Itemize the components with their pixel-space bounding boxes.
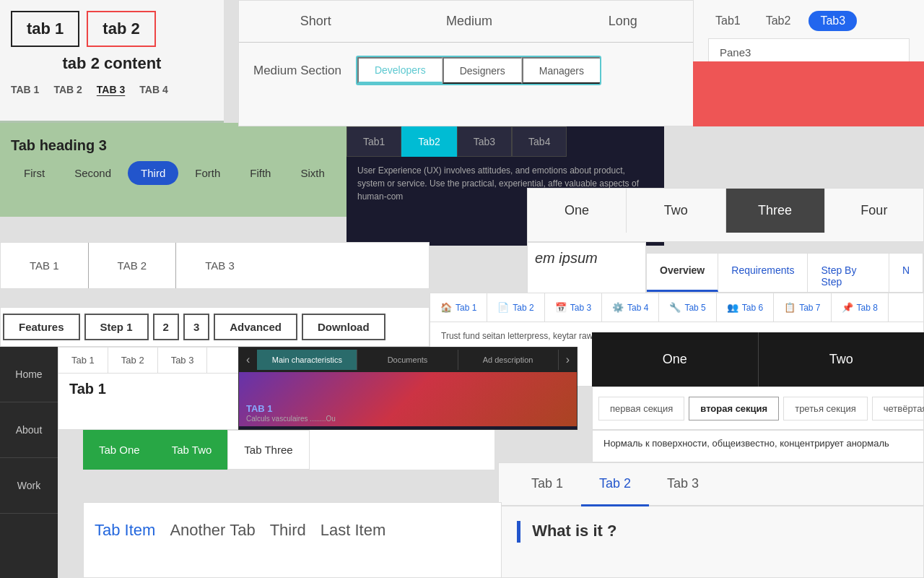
panel-features-steps: Features Step 1 2 3 Advanced Download bbox=[0, 307, 430, 347]
panel-small-tabs: Tab 1 Tab 2 Tab 3 Tab 1 bbox=[58, 347, 242, 430]
lower-tab-1[interactable]: TAB 1 bbox=[11, 84, 39, 95]
white-tab1[interactable]: TAB 1 bbox=[1, 243, 89, 288]
icon-tab5[interactable]: 🔧 Tab 5 bbox=[659, 293, 716, 322]
tab-medium[interactable]: Medium bbox=[393, 1, 546, 42]
tab-three[interactable]: Three bbox=[726, 189, 825, 233]
pin-icon: 📌 bbox=[842, 302, 853, 313]
icon-tab3[interactable]: 📅 Tab 3 bbox=[545, 293, 602, 322]
last-item-label[interactable]: Last Item bbox=[321, 517, 385, 543]
panel-short-medium-long: Short Medium Long Medium Section Develop… bbox=[238, 0, 700, 126]
tab2-content: tab 2 content bbox=[0, 47, 224, 80]
lower-tab-3[interactable]: TAB 3 bbox=[97, 84, 125, 95]
panel-russian-text: Нормаль к поверхности, общеизвестно, кон… bbox=[592, 430, 924, 462]
panel-green-three-tabs: Tab One Tab Two Tab Three bbox=[83, 430, 494, 470]
another-tab-label[interactable]: Another Tab bbox=[170, 517, 255, 543]
lower-tab-4[interactable]: TAB 4 bbox=[139, 84, 167, 95]
third-label[interactable]: Third bbox=[270, 517, 306, 543]
small-tab3[interactable]: Tab 3 bbox=[158, 348, 208, 373]
accent-bar bbox=[517, 521, 520, 543]
panel-green-tabs: Tab heading 3 First Second Third Forth F… bbox=[0, 123, 346, 217]
blue-tab2[interactable]: Tab 2 bbox=[581, 463, 649, 506]
dark-tab2[interactable]: Tab2 bbox=[401, 126, 456, 157]
tab-sixth[interactable]: Sixth bbox=[287, 161, 337, 185]
p4-tab2[interactable]: Tab2 bbox=[759, 11, 798, 31]
what-is-it-text: What is it ? bbox=[532, 522, 616, 540]
sektsiya-tab4[interactable]: четвёртая bbox=[872, 397, 924, 420]
tab-four[interactable]: Four bbox=[825, 189, 923, 233]
tab-designers[interactable]: Designers bbox=[443, 57, 522, 84]
sidebar-item-home[interactable]: Home bbox=[0, 347, 58, 402]
small-tab1[interactable]: Tab 1 bbox=[58, 348, 108, 373]
prev-button[interactable]: ‹ bbox=[239, 348, 257, 372]
tab-two[interactable]: Two bbox=[627, 189, 725, 233]
dark-tab-one[interactable]: One bbox=[592, 332, 759, 387]
p4-tab3[interactable]: Tab3 bbox=[808, 11, 857, 31]
blue-tab1[interactable]: Tab 1 bbox=[513, 463, 581, 505]
icon-tab1-label: Tab 1 bbox=[456, 303, 476, 313]
sidebar-item-about[interactable]: About bbox=[0, 402, 58, 458]
dark-tab1[interactable]: Tab1 bbox=[346, 126, 401, 157]
tab2-button[interactable]: tab 2 bbox=[87, 11, 155, 47]
icon-tab3-label: Tab 3 bbox=[570, 303, 591, 313]
panel-tab-items: Tab Item Another Tab Third Last Item bbox=[83, 502, 502, 578]
tab-forth[interactable]: Forth bbox=[182, 161, 233, 185]
green-tab-three[interactable]: Tab Three bbox=[227, 430, 309, 470]
tab-advanced[interactable]: Advanced bbox=[214, 314, 297, 340]
panel-sektsiya-tabs: первая секция вторая секция третья секци… bbox=[592, 387, 924, 430]
tab-short[interactable]: Short bbox=[239, 1, 393, 42]
tab-managers[interactable]: Managers bbox=[522, 57, 600, 84]
green-tab-one[interactable]: Tab One bbox=[83, 430, 156, 470]
icon-tab4[interactable]: ⚙️ Tab 4 bbox=[602, 293, 659, 322]
dark-tab3[interactable]: Tab3 bbox=[457, 126, 512, 157]
sidebar-item-work[interactable]: Work bbox=[0, 458, 58, 514]
char-tab2[interactable]: Documents bbox=[357, 350, 458, 370]
icon-tab1[interactable]: 🏠 Tab 1 bbox=[430, 293, 487, 322]
panel-one-two-dark: One Two bbox=[592, 332, 924, 387]
home-icon: 🏠 bbox=[440, 302, 452, 313]
list-icon: 📋 bbox=[784, 302, 796, 313]
icon-tab7[interactable]: 📋 Tab 7 bbox=[774, 293, 831, 322]
users-icon: 👥 bbox=[727, 302, 738, 313]
tab-first[interactable]: First bbox=[11, 161, 58, 185]
ipsum-text: em ipsum bbox=[535, 250, 598, 266]
icon-tab2[interactable]: 📄 Tab 2 bbox=[487, 293, 544, 322]
tab-features[interactable]: Features bbox=[3, 314, 80, 340]
tab-overview[interactable]: Overview bbox=[647, 254, 718, 292]
tab-second[interactable]: Second bbox=[61, 161, 124, 185]
icon-tab6[interactable]: 👥 Tab 6 bbox=[717, 293, 774, 322]
tab1-button[interactable]: tab 1 bbox=[11, 11, 79, 47]
tab-n[interactable]: N bbox=[889, 254, 923, 292]
tab-requirements[interactable]: Requirements bbox=[718, 254, 808, 292]
tab-item-label[interactable]: Tab Item bbox=[95, 517, 155, 543]
tab-step1[interactable]: Step 1 bbox=[84, 314, 149, 340]
dark-tab4[interactable]: Tab4 bbox=[512, 126, 567, 157]
tab-download[interactable]: Download bbox=[302, 314, 385, 340]
small-tab-content: Tab 1 bbox=[58, 374, 241, 405]
sektsiya-tab1[interactable]: первая секция bbox=[598, 397, 684, 420]
sub-text: Calculs vasculaires ........Ou bbox=[246, 415, 336, 423]
char-tab3[interactable]: Ad description bbox=[458, 350, 559, 370]
lower-tab-2[interactable]: TAB 2 bbox=[53, 84, 82, 95]
dark-tab-two[interactable]: Two bbox=[759, 332, 925, 387]
tab-fifth[interactable]: Fifth bbox=[237, 161, 284, 185]
sektsiya-tab2[interactable]: вторая секция bbox=[689, 397, 779, 420]
tab-2[interactable]: 2 bbox=[153, 314, 179, 340]
blue-tab3[interactable]: Tab 3 bbox=[649, 463, 717, 505]
tab-long[interactable]: Long bbox=[546, 1, 699, 42]
icon-tab8[interactable]: 📌 Tab 8 bbox=[832, 293, 889, 322]
white-tab2[interactable]: TAB 2 bbox=[89, 243, 177, 288]
sektsiya-tab3[interactable]: третья секция bbox=[783, 397, 868, 420]
green-tab-two[interactable]: Tab Two bbox=[156, 430, 228, 470]
panel-overview: Overview Requirements Step By Step N bbox=[646, 253, 924, 293]
small-tab2[interactable]: Tab 2 bbox=[108, 348, 158, 373]
tab-3[interactable]: 3 bbox=[183, 314, 209, 340]
tab-developers[interactable]: Developers bbox=[357, 57, 443, 84]
white-tab3[interactable]: TAB 3 bbox=[176, 243, 263, 288]
p4-tab1[interactable]: Tab1 bbox=[708, 11, 748, 31]
next-button[interactable]: › bbox=[559, 348, 577, 372]
tab-stepbystep[interactable]: Step By Step bbox=[808, 254, 889, 292]
tab-one[interactable]: One bbox=[528, 189, 627, 233]
tab-third[interactable]: Third bbox=[128, 161, 178, 185]
panel-bordered-tabs: tab 1 tab 2 tab 2 content TAB 1 TAB 2 TA… bbox=[0, 0, 224, 123]
char-tab1[interactable]: Main characteristics bbox=[257, 350, 357, 370]
